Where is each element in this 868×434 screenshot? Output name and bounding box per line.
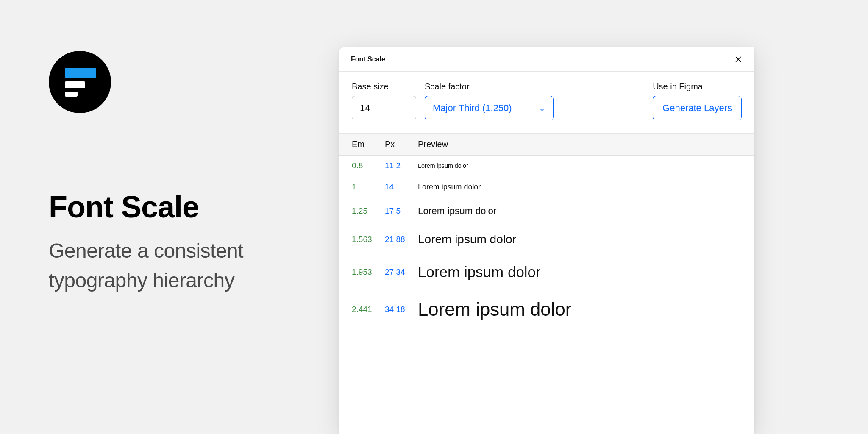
font-scale-panel: Font Scale Base size 14 Scale factor Maj…	[339, 47, 754, 434]
hero-title: Font Scale	[49, 189, 320, 224]
px-value: 17.5	[385, 206, 418, 216]
close-icon[interactable]	[734, 55, 743, 64]
table-row: 1.2517.5Lorem ipsum dolor	[339, 198, 754, 224]
col-preview: Preview	[418, 139, 742, 149]
col-px: Px	[385, 139, 418, 149]
panel-title: Font Scale	[351, 56, 385, 63]
em-value: 1	[352, 182, 385, 192]
controls-bar: Base size 14 Scale factor Major Third (1…	[339, 72, 754, 134]
table-row: 1.56321.88Lorem ipsum dolor	[339, 224, 754, 255]
em-value: 1.563	[352, 235, 385, 244]
logo-bar	[65, 68, 96, 78]
panel-header: Font Scale	[339, 47, 754, 72]
preview-text: Lorem ipsum dolor	[418, 299, 742, 320]
scale-factor-select[interactable]: Major Third (1.250)	[425, 96, 554, 120]
px-value: 21.88	[385, 235, 418, 244]
em-value: 1.953	[352, 267, 385, 277]
table-row: 1.95327.34Lorem ipsum dolor	[339, 255, 754, 289]
px-value: 34.18	[385, 305, 418, 314]
preview-text: Lorem ipsum dolor	[418, 206, 742, 217]
chevron-down-icon	[539, 105, 545, 111]
logo-bar	[65, 81, 85, 88]
px-value: 27.34	[385, 267, 418, 277]
em-value: 0.8	[352, 161, 385, 170]
generate-layers-button[interactable]: Generate Layers	[653, 96, 742, 120]
base-size-input[interactable]: 14	[352, 96, 416, 120]
app-logo	[49, 51, 111, 113]
scale-factor-value: Major Third (1.250)	[433, 103, 512, 114]
base-size-label: Base size	[352, 82, 416, 92]
table-row: 0.811.2Lorem ipsum dolor	[339, 156, 754, 176]
preview-text: Lorem ipsum dolor	[418, 233, 742, 246]
table-header: Em Px Preview	[339, 134, 754, 156]
scale-factor-label: Scale factor	[425, 82, 554, 92]
hero-subtitle: Generate a consistent typography hierarc…	[49, 236, 320, 295]
preview-text: Lorem ipsum dolor	[418, 264, 742, 281]
use-in-figma-label: Use in Figma	[653, 82, 742, 92]
logo-bar	[65, 92, 78, 97]
table-row: 2.44134.18Lorem ipsum dolor	[339, 289, 754, 329]
preview-text: Lorem ipsum dolor	[418, 162, 742, 169]
col-em: Em	[352, 139, 385, 149]
em-value: 1.25	[352, 206, 385, 216]
em-value: 2.441	[352, 305, 385, 314]
table-row: 114Lorem ipsum dolor	[339, 176, 754, 198]
preview-text: Lorem ipsum dolor	[418, 183, 742, 192]
px-value: 14	[385, 182, 418, 192]
px-value: 11.2	[385, 161, 418, 170]
